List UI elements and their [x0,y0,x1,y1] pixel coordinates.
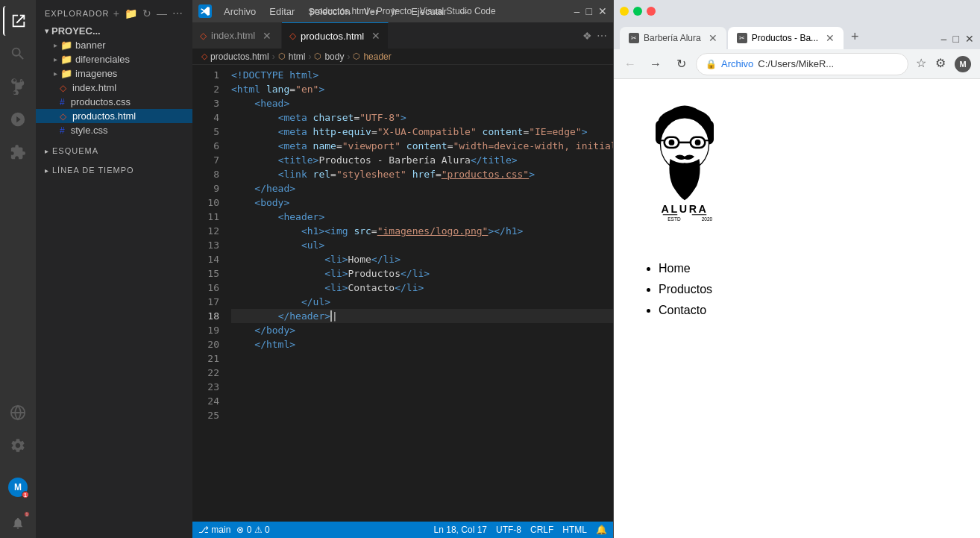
status-bell-icon[interactable]: 🔔 [596,525,607,535]
menu-editar[interactable]: Editar [263,4,301,19]
browser-tab-close-icon[interactable]: ✕ [709,32,717,44]
tab-close-icon[interactable]: ✕ [263,30,271,42]
timeline-section[interactable]: ▸ LÍNEA DE TIEMPO [36,163,192,176]
project-root[interactable]: ▾ PROYEC... [36,24,192,38]
code-line-6: <meta name="viewport" content="width=dev… [231,139,613,153]
browser-close-btn[interactable] [647,7,656,16]
refresh-icon[interactable]: ↻ [142,7,152,19]
line-num-5: 5 [192,125,225,139]
svg-point-10 [669,140,675,146]
svg-point-11 [695,140,701,146]
sidebar-item-diferenciales[interactable]: ▸ 📁 diferenciales [36,52,192,66]
code-content[interactable]: <!DOCTYPE html> <html lang="en"> <head> … [225,65,613,522]
explorer-label: Explorador [45,9,109,18]
browser-toolbar-icons: ☆ ⚙ M [913,53,974,75]
extensions-icon[interactable] [3,137,33,167]
split-editor-icon[interactable]: ❖ [582,30,592,42]
browser-add-tab-btn[interactable]: + [845,26,865,48]
sidebar: Explorador + 📁 ↻ ― ⋯ ▾ PROYEC... ▸ 📁 ban… [36,0,192,538]
more-actions-icon[interactable]: ⋯ [172,7,183,19]
browser-star-icon[interactable]: ☆ [913,53,929,75]
browser-win-max[interactable]: □ [953,33,959,45]
line-num-17: 17 [192,295,225,309]
sidebar-item-productoscss[interactable]: # productos.css [36,95,192,109]
status-branch[interactable]: ⎇ main [198,525,230,535]
browser-back-btn[interactable]: ← [620,54,641,75]
status-line-ending[interactable]: CRLF [530,525,553,535]
browser-maximize-btn[interactable] [633,7,642,16]
line-num-3: 3 [192,96,225,110]
breadcrumb-header[interactable]: header [363,51,391,62]
line-numbers: 1 2 3 4 5 6 7 8 9 10 11 12 13 14 15 16 1… [192,65,225,522]
folder-icon: 📁 [60,40,72,51]
line-num-19: 19 [192,323,225,337]
collapse-icon[interactable]: ― [157,7,168,19]
more-tabs-icon[interactable]: ⋯ [597,30,607,42]
browser-minimize-btn[interactable] [620,7,629,16]
schema-section[interactable]: ▸ ESQUEMA [36,143,192,157]
tab-productoshtml[interactable]: ◇ productos.html ✕ [282,22,389,49]
status-errors[interactable]: ⊗ 0 ⚠ 0 [236,525,269,535]
sidebar-item-banner[interactable]: ▸ 📁 banner [36,38,192,52]
tab-indexhtml[interactable]: ◇ index.html ✕ [192,22,282,49]
search-icon[interactable] [3,39,33,69]
line-num-18: 18 [192,309,225,323]
browser-tab-productos[interactable]: ✂ Productos - Ba... ✕ [728,27,844,49]
line-num-11: 11 [192,210,225,224]
new-folder-icon[interactable]: 📁 [125,7,138,19]
line-num-16: 16 [192,281,225,295]
line-num-7: 7 [192,153,225,167]
menu-archivo[interactable]: Archivo [218,4,262,19]
code-line-8: <link rel="stylesheet" href="productos.c… [231,167,613,181]
line-num-10: 10 [192,196,225,210]
notification-icon[interactable]: 1 [3,508,33,538]
account-avatar[interactable]: M 1 [3,472,33,502]
close-btn[interactable]: ✕ [598,5,607,17]
remote-icon[interactable] [3,398,33,428]
browser-refresh-btn[interactable]: ↻ [670,54,691,75]
explorer-icon[interactable] [3,6,33,36]
code-line-17: </ul> [231,295,613,309]
status-encoding[interactable]: UTF-8 [496,525,521,535]
browser-settings-icon[interactable]: ⚙ [932,53,949,75]
sidebar-item-productoshtml[interactable]: ◇ productos.html [36,109,192,123]
code-line-9: </head> [231,181,613,196]
barber-logo: ALURA ESTD 2020 [636,94,958,243]
browser-tab-barberia[interactable]: ✂ Barbería Alura ✕ [620,27,726,49]
browser-window-btns: ‒ □ ✕ [940,33,974,45]
code-line-15: <li>Productos</li> [231,266,613,281]
settings-icon[interactable] [3,431,33,460]
browser-tab-close-icon[interactable]: ✕ [826,32,835,44]
svg-text:ALURA: ALURA [662,203,709,215]
browser-win-min[interactable]: ‒ [940,33,947,45]
breadcrumb-file[interactable]: productos.html [210,51,269,62]
tab-label: index.html [211,30,255,41]
browser-win-close[interactable]: ✕ [965,33,974,45]
code-editor[interactable]: 1 2 3 4 5 6 7 8 9 10 11 12 13 14 15 16 1… [192,65,613,522]
line-num-14: 14 [192,252,225,266]
minimize-btn[interactable]: ‒ [574,5,580,17]
sidebar-item-indexhtml[interactable]: ◇ index.html [36,81,192,95]
sidebar-item-label: banner [75,40,105,51]
status-language[interactable]: HTML [562,525,587,535]
breadcrumb-body[interactable]: body [324,51,344,62]
browser-content: ALURA ESTD 2020 Home Productos Contacto [614,79,980,538]
browser-forward-btn[interactable]: → [645,54,666,75]
code-line-24 [231,394,613,408]
sidebar-item-stylecss[interactable]: # style.css [36,123,192,137]
window-title: productos.html - Proyecto - Visual Studi… [310,6,495,16]
browser-profile-icon[interactable]: M [952,53,974,75]
notification-badge: 1 [22,491,29,498]
maximize-btn[interactable]: □ [586,5,592,17]
source-control-icon[interactable] [3,72,33,101]
breadcrumb-html[interactable]: html [289,51,306,62]
sidebar-item-imagenes[interactable]: ▸ 📁 imagenes [36,66,192,81]
browser-address-bar[interactable]: 🔒 Archivo C:/Users/MikeR... [696,53,908,75]
status-line-col[interactable]: Ln 18, Col 17 [434,525,487,535]
activity-bar: M 1 1 [0,0,36,538]
svg-text:2020: 2020 [702,216,713,222]
vscode-logo [198,4,212,18]
new-file-icon[interactable]: + [113,7,120,19]
run-debug-icon[interactable] [3,104,33,134]
tab-close-icon[interactable]: ✕ [371,30,380,42]
